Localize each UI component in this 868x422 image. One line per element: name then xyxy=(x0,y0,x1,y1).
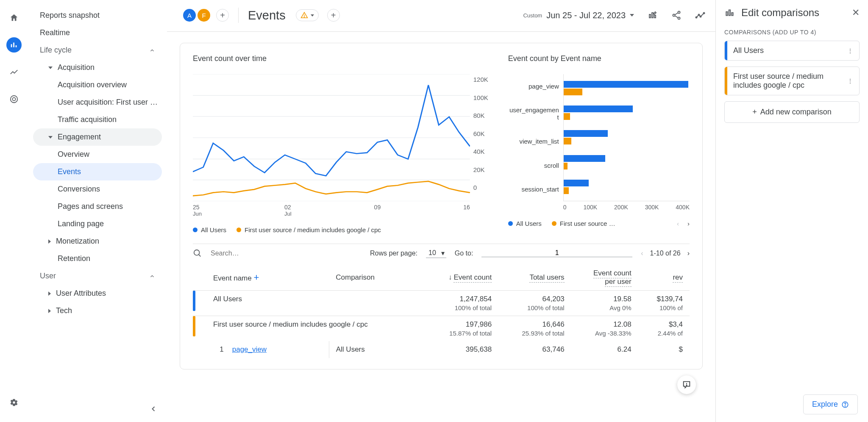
add-comparison-label: Add new comparison xyxy=(760,108,832,117)
table-row[interactable]: 1 page_view All Users 395,638 63,746 6.2… xyxy=(193,341,690,358)
explore-label: Explore xyxy=(812,400,838,409)
advertising-icon[interactable] xyxy=(6,92,22,107)
sidebar-engagement-label: Engagement xyxy=(58,133,101,142)
comparison-card-all-users[interactable]: All Users ⋮ xyxy=(724,41,860,61)
sidebar-realtime[interactable]: Realtime xyxy=(33,24,162,42)
charts-card: Event count over time xyxy=(180,43,703,369)
icon-rail xyxy=(0,0,28,422)
line-chart-legend: All Users First user source / medium inc… xyxy=(193,226,495,233)
sidebar-user-attributes[interactable]: User Attributes xyxy=(33,285,162,302)
collapse-sidebar-icon[interactable] xyxy=(149,405,158,414)
events-table: Event name + Comparison ↓Event count Tot… xyxy=(193,265,690,358)
col-event-count-per-user[interactable]: Event countper user xyxy=(571,265,638,291)
more-icon[interactable]: ⋮ xyxy=(847,47,853,54)
col-event-name[interactable]: Event name xyxy=(213,274,252,282)
pager-next-icon[interactable]: › xyxy=(687,250,690,257)
col-event-count[interactable]: ↓Event count xyxy=(425,265,498,291)
chevron-down-icon xyxy=(311,14,314,17)
add-comparison-button[interactable]: + Add new comparison xyxy=(724,101,860,123)
add-comparison-icon[interactable]: + xyxy=(216,9,229,22)
sidebar-traffic-acquisition[interactable]: Traffic acquisition xyxy=(33,111,162,128)
sidebar-pages-screens[interactable]: Pages and screens xyxy=(33,198,162,215)
explore-button[interactable]: Explore xyxy=(803,394,858,414)
svg-rect-5 xyxy=(652,13,653,18)
caret-down-icon xyxy=(48,67,53,69)
event-link[interactable]: page_view xyxy=(232,345,267,353)
legend-all-users: All Users xyxy=(201,226,226,233)
sidebar-tech[interactable]: Tech xyxy=(33,302,162,319)
sidebar-reports-snapshot[interactable]: Reports snapshot xyxy=(33,7,162,24)
sidebar-landing-page[interactable]: Landing page xyxy=(33,215,162,233)
reports-icon[interactable] xyxy=(6,37,22,53)
plus-icon: + xyxy=(752,108,757,117)
comparison-card-label: First user source / medium includes goog… xyxy=(731,72,842,90)
warning-chip[interactable] xyxy=(296,9,319,21)
explore-icon[interactable] xyxy=(6,64,22,80)
caret-right-icon xyxy=(48,309,51,313)
sidebar-user-acquisition[interactable]: User acquisition: First user … xyxy=(33,94,162,111)
legend-prev-icon[interactable]: ‹ xyxy=(677,220,679,227)
sidebar-lifecycle-label: Life cycle xyxy=(40,46,72,55)
svg-point-12 xyxy=(696,17,697,18)
sidebar-events[interactable]: Events xyxy=(33,163,162,180)
feedback-button[interactable] xyxy=(677,375,696,394)
col-revenue[interactable]: rev xyxy=(638,265,690,291)
chevron-up-icon xyxy=(149,47,155,53)
date-range-picker[interactable]: Custom Jun 25 - Jul 22, 2023 xyxy=(523,11,634,20)
pager-status: 1-10 of 26 xyxy=(650,250,681,257)
date-range-custom-label: Custom xyxy=(523,12,542,19)
more-icon[interactable]: ⋮ xyxy=(847,78,853,84)
close-icon[interactable]: ✕ xyxy=(852,7,860,18)
edit-comparisons-panel: Edit comparisons ✕ COMPARISONS (ADD UP T… xyxy=(715,0,868,422)
sidebar-retention[interactable]: Retention xyxy=(33,250,162,267)
insights-icon[interactable] xyxy=(695,10,705,20)
search-input[interactable] xyxy=(211,250,362,257)
bar-chart-title: Event count by Event name xyxy=(508,54,690,63)
sidebar-acquisition-overview[interactable]: Acquisition overview xyxy=(33,76,162,94)
comparison-card-first-user[interactable]: First user source / medium includes goog… xyxy=(724,67,860,95)
caret-right-icon xyxy=(48,239,51,244)
chart-icon xyxy=(724,7,735,18)
svg-point-29 xyxy=(686,385,687,386)
legend-all-users: All Users xyxy=(516,220,542,227)
col-comparison: Comparison xyxy=(329,265,425,291)
sidebar-conversions[interactable]: Conversions xyxy=(33,180,162,198)
settings-icon[interactable] xyxy=(6,395,22,410)
comparison-chip-first[interactable]: F xyxy=(198,9,210,22)
sidebar-tech-label: Tech xyxy=(56,306,72,315)
customize-report-icon[interactable] xyxy=(648,10,658,20)
stripe-orange xyxy=(193,316,195,336)
legend-pager: ‹ › xyxy=(677,220,690,227)
add-filter-icon[interactable]: + xyxy=(327,9,340,22)
sidebar-overview[interactable]: Overview xyxy=(33,146,162,163)
line-chart[interactable]: 120K100K80K60K40K20K0 xyxy=(193,74,495,201)
bar-chart[interactable]: page_view user_engagement view_item_list… xyxy=(508,74,690,201)
chevron-down-icon xyxy=(630,14,634,17)
comparison-chip-all[interactable]: A xyxy=(183,9,196,22)
sidebar-acquisition-label: Acquisition xyxy=(58,63,95,72)
help-icon xyxy=(841,401,849,408)
sidebar-user[interactable]: User xyxy=(33,267,162,285)
home-icon[interactable] xyxy=(6,10,22,25)
add-dimension-icon[interactable]: + xyxy=(253,272,259,283)
sidebar-acquisition[interactable]: Acquisition xyxy=(33,59,162,76)
sidebar-engagement[interactable]: Engagement xyxy=(33,128,162,146)
svg-rect-4 xyxy=(649,14,651,18)
pager-prev-icon[interactable]: ‹ xyxy=(641,250,643,257)
col-total-users[interactable]: Total users xyxy=(498,265,571,291)
sidebar-monetization[interactable]: Monetization xyxy=(33,233,162,250)
legend-dot-orange xyxy=(236,228,241,232)
goto-input[interactable] xyxy=(481,249,632,257)
rows-per-page-select[interactable]: 10 ▾ xyxy=(426,248,446,258)
share-icon[interactable] xyxy=(671,10,682,20)
line-chart-svg xyxy=(193,74,470,201)
sidebar-lifecycle[interactable]: Life cycle xyxy=(33,42,162,59)
search-icon[interactable] xyxy=(193,249,202,258)
bar-chart-plot xyxy=(563,74,690,201)
warning-icon xyxy=(300,11,308,19)
sidebar-user-attributes-label: User Attributes xyxy=(56,289,106,298)
line-chart-title: Event count over time xyxy=(193,54,495,63)
main: A F + Events + Custom Jun 25 - Jul 22, 2… xyxy=(167,0,715,422)
legend-next-icon[interactable]: › xyxy=(687,220,690,227)
table-pager: ‹ 1-10 of 26 › xyxy=(641,250,690,257)
